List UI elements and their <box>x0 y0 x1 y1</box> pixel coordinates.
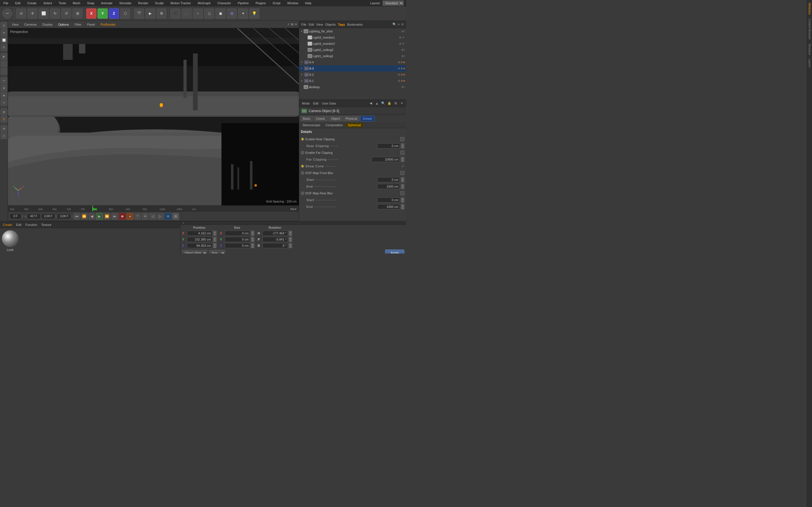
attr-step-down-dfe[interactable]: ▼ <box>401 186 404 189</box>
tag-r2[interactable]: ⊞ <box>401 61 403 64</box>
om-edit-tab[interactable]: Edit <box>309 23 314 26</box>
coords-sx-up[interactable]: ▲ <box>251 231 254 233</box>
tag-r8[interactable]: ⊞ <box>401 79 403 82</box>
obj-light3-monitor2[interactable]: ▷ Light3_monitor2 ⊞ ✓ <box>299 41 406 47</box>
coords-h-up[interactable]: ▲ <box>289 231 292 233</box>
coords-sy-input[interactable] <box>225 237 250 242</box>
attr-step-up-far[interactable]: ▲ <box>401 157 404 159</box>
left-snap-btn[interactable]: ⊛ <box>1 125 7 132</box>
undo-button[interactable]: ↩ <box>2 8 12 18</box>
viewport-tab-filter[interactable]: Filter <box>72 22 84 27</box>
mat-tab-function[interactable]: Function <box>24 223 38 227</box>
x-axis-button[interactable]: X <box>86 8 96 18</box>
attr-step-down-near[interactable]: ▼ <box>401 146 404 149</box>
attr-radio-show-cone[interactable] <box>301 165 304 168</box>
left-magnet-btn[interactable]: ⊗ <box>1 108 7 115</box>
attr-radio-dof-front[interactable] <box>301 171 304 175</box>
viewport-tab-panel[interactable]: Panel <box>85 22 97 27</box>
tag-r1[interactable]: ⊞ <box>398 61 400 64</box>
tag-vis-3[interactable]: ⊞ <box>402 48 404 51</box>
tag-vis-d[interactable]: ⊞ <box>402 86 404 89</box>
menu-motiontracker[interactable]: Motion Tracker <box>169 1 192 5</box>
jump-start-btn[interactable]: ⏮ <box>73 213 80 220</box>
obj-expand-7[interactable]: ⊗ <box>300 67 303 70</box>
tag-r7[interactable]: ⊞ <box>398 79 400 82</box>
left-edge-btn[interactable]: ⋱ <box>1 61 7 67</box>
prev-frame-btn[interactable]: ⏪ <box>81 213 88 220</box>
attr-check-dof-front[interactable] <box>400 171 404 175</box>
menu-select[interactable]: Select <box>42 1 53 5</box>
coords-x-input[interactable] <box>187 231 212 236</box>
render-view-button[interactable]: ▶ <box>145 8 155 18</box>
coords-p-down[interactable]: ▼ <box>289 239 292 242</box>
tag-bar-3[interactable]: | <box>404 48 405 51</box>
left-knife-btn[interactable]: ✂ <box>1 77 7 84</box>
coords-system-dropdown[interactable]: Object (Rel) World <box>182 250 207 253</box>
tag-orange-1[interactable]: ■ <box>403 61 405 64</box>
z-axis-button[interactable]: Z <box>109 8 119 18</box>
render-settings-button[interactable]: ⚙ <box>156 8 167 18</box>
attr-back-icon[interactable]: ◀ <box>368 101 373 106</box>
left-scale-btn[interactable]: ⬜ <box>1 37 7 43</box>
attr-lock-icon[interactable]: 🔒 <box>387 101 392 106</box>
material-ball-licht[interactable] <box>2 230 18 247</box>
coords-z-up[interactable]: ▲ <box>213 243 216 245</box>
left-extrude-btn[interactable]: ⊕ <box>1 84 7 91</box>
attr-radio-near-clip[interactable] <box>301 137 304 141</box>
tag-r3[interactable]: ⊞ <box>398 67 400 70</box>
menu-window[interactable]: Window <box>286 1 299 5</box>
record-btn[interactable]: ⏺ <box>119 213 126 220</box>
attr-radio-dof-rear[interactable] <box>301 191 304 195</box>
om-view-tab[interactable]: View <box>316 23 323 26</box>
obj-expand-5[interactable]: ▷ <box>304 55 307 57</box>
tag-r4[interactable]: ⊞ <box>401 67 403 70</box>
coords-y-input[interactable] <box>187 237 212 242</box>
tag-vis1[interactable]: ⊞ <box>402 30 404 33</box>
mat-tab-create[interactable]: Create <box>2 223 13 227</box>
coords-h-down[interactable]: ▼ <box>289 233 292 236</box>
prev-key-btn[interactable]: ◁ <box>149 213 156 220</box>
left-soft-sel-btn[interactable]: S <box>1 116 7 122</box>
tag-check-2[interactable]: ✓ <box>402 42 405 46</box>
menu-animate[interactable]: Animate <box>100 1 114 5</box>
menu-script[interactable]: Script <box>271 1 282 5</box>
preview-end-input[interactable] <box>57 214 71 219</box>
attr-step-up-dfs[interactable]: ▲ <box>401 177 404 180</box>
om-tags-tab[interactable]: Tags <box>338 23 345 26</box>
viewport-tab-cameras[interactable]: Cameras <box>22 22 39 27</box>
menu-pipeline[interactable]: Pipeline <box>237 1 250 5</box>
coords-size-dropdown[interactable]: Size Scale <box>209 250 225 253</box>
display-mode-button[interactable]: ◼ <box>215 8 225 18</box>
left-bridge-btn[interactable]: ⋄ <box>1 99 7 106</box>
tag-orange-4[interactable]: ■ <box>403 79 405 82</box>
attr-forward-icon[interactable]: ▲ <box>374 101 379 106</box>
om-settings-icon[interactable]: ⊞ <box>401 22 404 26</box>
start-frame-input[interactable] <box>10 214 21 219</box>
next-key-btn[interactable]: ▷ <box>157 213 164 220</box>
tag-orange-3[interactable]: ■ <box>403 73 405 76</box>
play-fast-btn[interactable]: ⏩ <box>104 213 110 220</box>
move-tool-button[interactable]: ✛ <box>28 8 38 18</box>
viewport-icon-move[interactable]: ⤢ <box>287 22 290 26</box>
light-button[interactable]: ○ <box>193 8 203 18</box>
select-tool-button[interactable]: ⊙ <box>16 8 26 18</box>
left-bevel-btn[interactable]: ◈ <box>1 92 7 99</box>
attr-value-near[interactable]: 0 cm <box>377 144 400 149</box>
attr-value-far[interactable]: 10000 cm <box>371 157 400 162</box>
left-align-btn[interactable]: ≡ <box>1 132 7 139</box>
viewport-tab-view[interactable]: View <box>10 22 21 27</box>
menu-sculpt[interactable]: Sculpt <box>154 1 165 5</box>
viewport-tab-prorender[interactable]: ProRender <box>98 22 118 27</box>
attr-step-down-drs[interactable]: ▼ <box>401 200 404 203</box>
timeline-ruler[interactable]: 500 550 600 650 700 750 793 850 900 950 … <box>8 205 299 212</box>
snap-button[interactable]: ✦ <box>238 8 248 18</box>
attr-value-dfs[interactable]: 0 cm <box>377 177 400 182</box>
attr-edit-tab[interactable]: Edit <box>312 101 320 106</box>
tag-render-2[interactable]: ⊞ <box>399 42 402 45</box>
viewport-3d[interactable]: Perspective <box>8 28 299 205</box>
motion-clip-btn[interactable]: ⊛ <box>165 213 171 220</box>
coords-x-down[interactable]: ▼ <box>213 233 216 236</box>
move-key-btn[interactable]: ✛ <box>142 213 149 220</box>
rotate2-tool-button[interactable]: ↺ <box>61 8 71 18</box>
om-chevron-icon[interactable]: ⊳ <box>398 22 400 26</box>
